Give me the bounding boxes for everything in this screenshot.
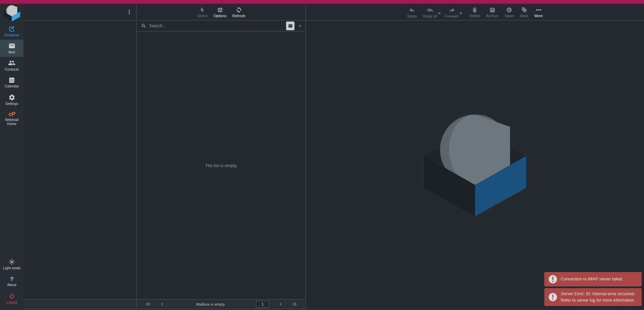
folder-pane-header (24, 4, 136, 21)
chevron-down-icon (297, 23, 303, 29)
forward-icon (449, 7, 455, 13)
trash-icon (471, 7, 478, 13)
sidebar-item-label: About (7, 283, 16, 287)
ellipsis-icon (536, 7, 542, 13)
sidebar-item-label: Settings (5, 102, 18, 106)
delete-label: Delete (469, 14, 480, 18)
refresh-button[interactable]: Refresh (232, 6, 246, 18)
list-pagination-footer: Mailbox is empty (137, 299, 306, 309)
tag-icon (521, 7, 527, 13)
reply-icon (409, 7, 415, 13)
message-toolbar-group: Reply Reply all Forward (306, 6, 644, 18)
roundcube-watermark-logo (424, 115, 526, 216)
folder-actions-button[interactable] (124, 5, 135, 19)
reply-label: Reply (407, 14, 417, 18)
sidebar-item-label: Light mode (3, 266, 20, 270)
toast-server-error[interactable]: Server Error: ID: Internal error occurre… (544, 288, 642, 306)
search-options-toggle[interactable] (297, 23, 303, 29)
sidebar-spacer (0, 129, 24, 256)
sidebar-item-mail[interactable]: Mail (0, 40, 24, 57)
message-content-pane: Reply Reply all Forward (306, 4, 644, 310)
error-icon (548, 293, 557, 302)
sidebar: Compose Mail Contacts Calendar Settings … (0, 4, 24, 310)
sidebar-item-label: Calendar (5, 84, 19, 88)
delete-button[interactable]: Delete (469, 6, 481, 18)
message-content-body (306, 21, 644, 310)
cpanel-logo-icon: cP (9, 111, 15, 117)
spam-label: Spam (504, 14, 514, 18)
sliders-icon (217, 7, 223, 13)
search-input[interactable] (149, 24, 283, 28)
select-label: Select (197, 14, 208, 18)
message-list-pane: Select Options Refresh (137, 4, 306, 310)
message-list-body: The list is empty. (137, 32, 306, 299)
previous-page-button[interactable] (156, 300, 169, 308)
sidebar-item-light-mode[interactable]: Light mode (0, 256, 24, 273)
mailbox-status-text: Mailbox is empty (170, 302, 251, 306)
archive-icon (489, 7, 496, 13)
brand-top-bar (0, 0, 644, 4)
reply-all-label: Reply all (423, 14, 437, 18)
caret-down-icon[interactable] (459, 10, 462, 15)
forward-button[interactable]: Forward (445, 6, 459, 18)
mail-icon (8, 42, 15, 49)
roundcube-logo[interactable] (0, 4, 24, 23)
message-toolbar: Reply Reply all Forward (306, 4, 644, 21)
spam-button[interactable]: Spam (504, 6, 515, 18)
forward-label: Forward (445, 14, 459, 18)
flame-icon (506, 7, 512, 13)
next-page-button[interactable] (274, 300, 287, 308)
sidebar-item-label: Compose (4, 33, 19, 37)
toast-message: Server Error: ID: Internal error occurre… (561, 291, 638, 303)
roundcube-logo-icon (3, 5, 20, 22)
error-icon (548, 275, 557, 284)
double-chevron-right-icon (292, 301, 297, 307)
sidebar-item-contacts[interactable]: Contacts (0, 57, 24, 74)
more-button[interactable]: More (534, 6, 544, 18)
first-page-button[interactable] (142, 300, 154, 308)
mark-button[interactable]: Mark (519, 6, 529, 18)
sidebar-item-webmail-home[interactable]: cP Webmail Home (0, 108, 24, 129)
double-chevron-left-icon (145, 301, 151, 307)
reply-all-button[interactable]: Reply all (422, 6, 438, 18)
calendar-icon (8, 77, 15, 83)
folder-pane (24, 4, 137, 310)
empty-list-message: The list is empty. (205, 163, 238, 168)
reply-button[interactable]: Reply (407, 6, 417, 18)
sidebar-item-calendar[interactable]: Calendar (0, 74, 24, 91)
search-icon (141, 23, 146, 29)
envelope-icon (288, 24, 293, 28)
toast-imap-error[interactable]: Connection to IMAP server failed. (544, 272, 642, 286)
folder-pane-footer (24, 299, 136, 309)
power-icon (8, 293, 15, 300)
refresh-icon (236, 7, 242, 13)
cursor-icon (199, 7, 205, 13)
chevron-right-icon (278, 302, 283, 307)
contacts-icon (8, 59, 15, 67)
sidebar-item-label: Contacts (5, 68, 18, 72)
sidebar-item-compose[interactable]: Compose (0, 23, 24, 40)
sidebar-item-settings[interactable]: Settings (0, 91, 24, 108)
sun-icon (8, 259, 15, 265)
sidebar-item-label: Webmail Home (2, 118, 21, 126)
archive-label: Archive (486, 14, 499, 18)
last-page-button[interactable] (288, 300, 301, 308)
mark-label: Mark (520, 14, 528, 18)
refresh-label: Refresh (232, 14, 245, 18)
sidebar-item-about[interactable]: ? About (0, 273, 24, 290)
archive-button[interactable]: Archive (486, 6, 499, 18)
compose-icon (8, 25, 15, 32)
sidebar-item-logout[interactable]: Logout (0, 290, 24, 307)
gear-icon (8, 94, 15, 101)
search-scope-button[interactable] (286, 22, 294, 30)
question-icon: ? (10, 276, 13, 282)
toast-message: Connection to IMAP server failed. (561, 276, 623, 282)
page-number-input[interactable] (256, 301, 269, 308)
select-button[interactable]: Select (196, 6, 208, 18)
caret-down-icon[interactable] (438, 10, 441, 15)
options-button[interactable]: Options (213, 6, 227, 18)
search-bar (137, 21, 306, 32)
more-label: More (535, 14, 543, 18)
reply-all-icon (427, 7, 433, 13)
list-toolbar: Select Options Refresh (137, 4, 306, 21)
